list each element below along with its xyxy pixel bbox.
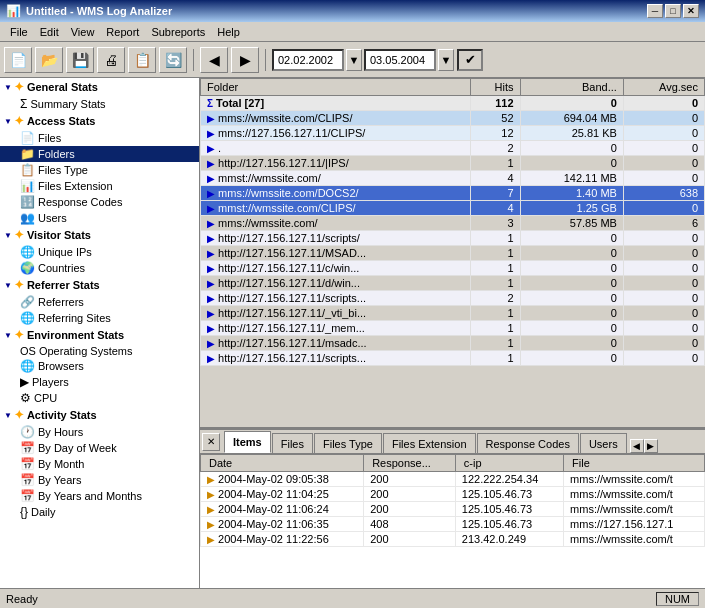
- date-start-dropdown[interactable]: ▼: [346, 49, 362, 71]
- sidebar-item-bydayofweek[interactable]: 📅 By Day of Week: [0, 440, 199, 456]
- close-button[interactable]: ✕: [683, 4, 699, 18]
- table-row[interactable]: ▶ http://127.156.127.11/_mem... 1 0 0: [201, 321, 705, 336]
- bottom-table-container[interactable]: Date Response... c-ip File ▶ 2004-May-02…: [200, 454, 705, 588]
- table-row[interactable]: ▶ http://127.156.127.11/|IPS/ 1 0 0: [201, 156, 705, 171]
- table-row[interactable]: ▶ http://127.156.127.11/scripts/ 1 0 0: [201, 231, 705, 246]
- table-row[interactable]: ▶ mms://wmssite.com/CLIPS/ 52 694.04 MB …: [201, 111, 705, 126]
- status-bar: Ready NUM: [0, 588, 705, 608]
- tab-filestype[interactable]: Files Type: [314, 433, 382, 453]
- table-row[interactable]: ▶ 2004-May-02 11:06:24 200 125.105.46.73…: [201, 502, 705, 517]
- sidebar-item-players[interactable]: ▶ Players: [0, 374, 199, 390]
- main-table-container[interactable]: Folder Hits Band... Avg.sec Σ Total [27]…: [200, 78, 705, 428]
- cell-avgsec: 638: [623, 186, 704, 201]
- tab-filesextension[interactable]: Files Extension: [383, 433, 476, 453]
- table-row[interactable]: ▶ http://127.156.127.11/scripts... 2 0 0: [201, 291, 705, 306]
- sidebar-item-byyears[interactable]: 📅 By Years: [0, 472, 199, 488]
- back-button[interactable]: ◀: [200, 47, 228, 73]
- col-file[interactable]: File: [564, 455, 705, 472]
- save-button[interactable]: 💾: [66, 47, 94, 73]
- col-date[interactable]: Date: [201, 455, 364, 472]
- table-row[interactable]: ▶ http://127.156.127.11/MSAD... 1 0 0: [201, 246, 705, 261]
- sidebar-item-byhours[interactable]: 🕐 By Hours: [0, 424, 199, 440]
- apply-button[interactable]: ✔: [457, 49, 483, 71]
- forward-button[interactable]: ▶: [231, 47, 259, 73]
- print-button[interactable]: 🖨: [97, 47, 125, 73]
- table-row[interactable]: ▶ . 2 0 0: [201, 141, 705, 156]
- table-row[interactable]: ▶ 2004-May-02 11:04:25 200 125.105.46.73…: [201, 487, 705, 502]
- table-row[interactable]: ▶ 2004-May-02 09:05:38 200 122.222.254.3…: [201, 472, 705, 487]
- menu-view[interactable]: View: [65, 25, 101, 39]
- col-cip[interactable]: c-ip: [455, 455, 563, 472]
- date-end-dropdown[interactable]: ▼: [438, 49, 454, 71]
- row-icon: ▶: [207, 489, 215, 500]
- sidebar-item-summary[interactable]: Σ Summary Stats: [0, 96, 199, 112]
- sidebar-section-visitor[interactable]: ▼ ✦ Visitor Stats: [0, 226, 199, 244]
- date-start-input[interactable]: [272, 49, 344, 71]
- table-row[interactable]: ▶ mms://wmssite.com/DOCS2/ 7 1.40 MB 638: [201, 186, 705, 201]
- sidebar-item-filesext[interactable]: 📊 Files Extension: [0, 178, 199, 194]
- tab-items[interactable]: Items: [224, 431, 271, 453]
- sidebar-item-countries[interactable]: 🌍 Countries: [0, 260, 199, 276]
- row-icon: ▶: [207, 173, 215, 184]
- table-row[interactable]: ▶ mmst://wmssite.com/CLIPS/ 4 1.25 GB 0: [201, 201, 705, 216]
- menu-subreports[interactable]: Subreports: [145, 25, 211, 39]
- minimize-button[interactable]: ─: [647, 4, 663, 18]
- table-row[interactable]: ▶ http://127.156.127.11/c/win... 1 0 0: [201, 261, 705, 276]
- sidebar-item-files[interactable]: 📄 Files: [0, 130, 199, 146]
- sidebar-item-folders[interactable]: 📁 Folders: [0, 146, 199, 162]
- sidebar-item-uniqueips[interactable]: 🌐 Unique IPs: [0, 244, 199, 260]
- sidebar-section-general[interactable]: ▼ ✦ General Stats: [0, 78, 199, 96]
- sidebar-item-filestype[interactable]: 📋 Files Type: [0, 162, 199, 178]
- col-folder[interactable]: Folder: [201, 79, 471, 96]
- sidebar-item-browsers[interactable]: 🌐 Browsers: [0, 358, 199, 374]
- menu-file[interactable]: File: [4, 25, 34, 39]
- date-end-input[interactable]: [364, 49, 436, 71]
- table-row[interactable]: ▶ mms://wmssite.com/ 3 57.85 MB 6: [201, 216, 705, 231]
- menu-edit[interactable]: Edit: [34, 25, 65, 39]
- tab-files[interactable]: Files: [272, 433, 313, 453]
- table-row[interactable]: ▶ http://127.156.127.11/msadc... 1 0 0: [201, 336, 705, 351]
- col-band[interactable]: Band...: [520, 79, 623, 96]
- open-button[interactable]: 📂: [35, 47, 63, 73]
- sidebar-section-access[interactable]: ▼ ✦ Access Stats: [0, 112, 199, 130]
- sidebar-item-responsecodes[interactable]: 🔢 Response Codes: [0, 194, 199, 210]
- table-row[interactable]: ▶ http://127.156.127.11/_vti_bi... 1 0 0: [201, 306, 705, 321]
- menu-help[interactable]: Help: [211, 25, 246, 39]
- title-bar-buttons: ─ □ ✕: [647, 4, 699, 18]
- sidebar-item-os[interactable]: OS Operating Systems: [0, 344, 199, 358]
- table-row[interactable]: ▶ 2004-May-02 11:22:56 200 213.42.0.249 …: [201, 532, 705, 547]
- col-avgsec[interactable]: Avg.sec: [623, 79, 704, 96]
- sidebar-item-byyearsmonths[interactable]: 📅 By Years and Months: [0, 488, 199, 504]
- table-row[interactable]: ▶ http://127.156.127.11/scripts... 1 0 0: [201, 351, 705, 366]
- sidebar-section-referrer[interactable]: ▼ ✦ Referrer Stats: [0, 276, 199, 294]
- maximize-button[interactable]: □: [665, 4, 681, 18]
- tab-users[interactable]: Users: [580, 433, 627, 453]
- tab-nav: ◀ ▶: [630, 439, 658, 453]
- cell-response: 408: [364, 517, 456, 532]
- table-row[interactable]: ▶ mmst://wmssite.com/ 4 142.11 MB 0: [201, 171, 705, 186]
- tab-responsecodes[interactable]: Response Codes: [477, 433, 579, 453]
- icon-access: ✦: [14, 114, 24, 128]
- sidebar-item-cpu[interactable]: ⚙ CPU: [0, 390, 199, 406]
- copy-button[interactable]: 📋: [128, 47, 156, 73]
- new-button[interactable]: 📄: [4, 47, 32, 73]
- tab-nav-right[interactable]: ▶: [644, 439, 658, 453]
- sidebar-item-bymonth[interactable]: 📅 By Month: [0, 456, 199, 472]
- tab-nav-left[interactable]: ◀: [630, 439, 644, 453]
- cell-folder: ▶ http://127.156.127.11/scripts...: [201, 291, 471, 306]
- sidebar-item-referringsites[interactable]: 🌐 Referring Sites: [0, 310, 199, 326]
- sidebar-section-environment[interactable]: ▼ ✦ Environment Stats: [0, 326, 199, 344]
- table-row[interactable]: ▶ 2004-May-02 11:06:35 408 125.105.46.73…: [201, 517, 705, 532]
- sidebar-item-referrers[interactable]: 🔗 Referrers: [0, 294, 199, 310]
- col-hits[interactable]: Hits: [470, 79, 520, 96]
- menu-report[interactable]: Report: [100, 25, 145, 39]
- col-response[interactable]: Response...: [364, 455, 456, 472]
- table-row[interactable]: ▶ mms://127.156.127.11/CLIPS/ 12 25.81 K…: [201, 126, 705, 141]
- table-row[interactable]: ▶ http://127.156.127.11/d/win... 1 0 0: [201, 276, 705, 291]
- sidebar-item-users[interactable]: 👥 Users: [0, 210, 199, 226]
- sidebar-item-daily[interactable]: {} Daily: [0, 504, 199, 520]
- table-row[interactable]: Σ Total [27] 112 0 0: [201, 96, 705, 111]
- refresh-button[interactable]: 🔄: [159, 47, 187, 73]
- tab-close-button[interactable]: ✕: [202, 433, 220, 451]
- sidebar-section-activity[interactable]: ▼ ✦ Activity Stats: [0, 406, 199, 424]
